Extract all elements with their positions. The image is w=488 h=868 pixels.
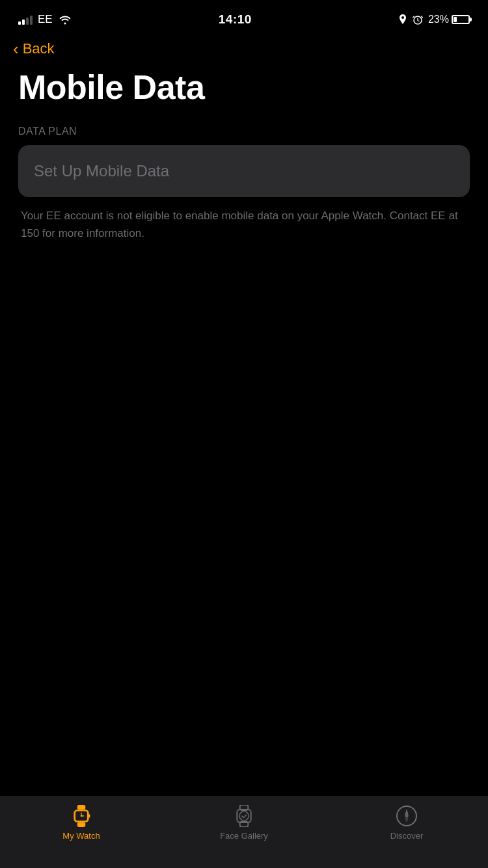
discover-icon [396, 805, 418, 827]
page-title: Mobile Data [18, 69, 470, 106]
main-content: DATA PLAN Set Up Mobile Data Your EE acc… [0, 126, 488, 242]
carrier-label: EE [38, 13, 53, 26]
svg-rect-8 [88, 814, 90, 817]
tab-discover[interactable]: Discover [325, 805, 488, 841]
my-watch-icon [70, 805, 92, 827]
back-label: Back [23, 40, 55, 57]
battery-icon [452, 15, 470, 24]
tab-face-gallery-label: Face Gallery [220, 831, 268, 841]
status-right: 23% [398, 14, 470, 25]
battery-percent-label: 23% [428, 14, 449, 25]
status-left: EE [18, 13, 72, 26]
info-text: Your EE account is not eligible to enabl… [18, 208, 470, 242]
alarm-icon [413, 14, 423, 25]
tab-my-watch[interactable]: My Watch [0, 805, 163, 841]
back-navigation[interactable]: ‹ Back [0, 35, 488, 62]
setup-mobile-data-button[interactable]: Set Up Mobile Data [18, 145, 470, 197]
status-time: 14:10 [219, 12, 252, 27]
setup-button-label: Set Up Mobile Data [34, 162, 169, 180]
tab-my-watch-label: My Watch [62, 831, 100, 841]
signal-bars-icon [18, 14, 33, 25]
svg-rect-1 [77, 805, 86, 809]
status-bar: EE 14:10 23% [0, 0, 488, 35]
tab-discover-label: Discover [390, 831, 424, 841]
wifi-icon [58, 14, 72, 25]
svg-point-10 [239, 811, 249, 821]
face-gallery-icon [233, 805, 255, 827]
svg-point-16 [405, 815, 408, 817]
section-label: DATA PLAN [18, 126, 470, 137]
tab-face-gallery[interactable]: Face Gallery [163, 805, 325, 841]
page-title-section: Mobile Data [0, 62, 488, 126]
location-icon [398, 14, 407, 25]
svg-rect-4 [77, 822, 86, 827]
tab-bar: My Watch Face Gallery [0, 796, 488, 868]
battery-indicator: 23% [428, 14, 470, 25]
back-chevron-icon: ‹ [13, 40, 19, 57]
